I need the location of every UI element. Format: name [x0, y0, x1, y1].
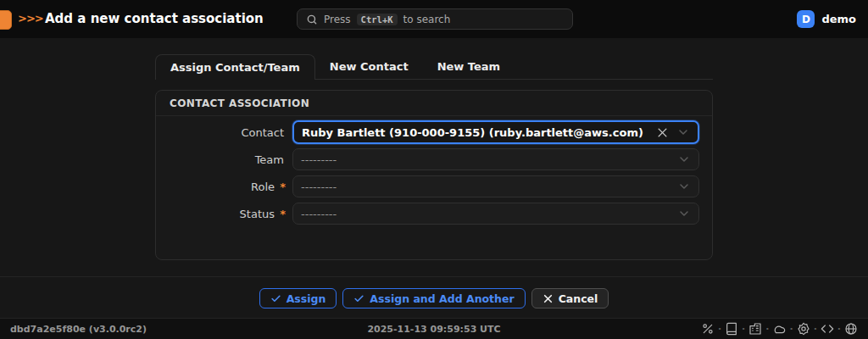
- sidebar-toggle-button[interactable]: [0, 10, 12, 30]
- field-row-role: Role * ---------: [156, 173, 712, 200]
- contact-label: Contact: [156, 126, 292, 139]
- status-label: Status *: [156, 208, 292, 220]
- role-select[interactable]: ---------: [292, 175, 699, 197]
- check-icon: [270, 293, 281, 304]
- page-title: Add a new contact association: [45, 11, 264, 26]
- main-content: Assign Contact/Team New Contact New Team…: [155, 54, 713, 260]
- field-row-contact: Contact Ruby Bartlett (910-000-9155) (ru…: [156, 119, 712, 146]
- check-icon: [353, 293, 364, 304]
- required-asterisk: *: [280, 208, 286, 220]
- status-select[interactable]: ---------: [292, 203, 699, 225]
- building-icon[interactable]: [748, 322, 762, 336]
- username: demo: [821, 13, 856, 25]
- role-label: Role *: [156, 181, 292, 193]
- percent-icon[interactable]: [701, 322, 715, 336]
- search-placeholder-prefix: Press: [324, 14, 351, 25]
- x-icon: [542, 293, 554, 304]
- breadcrumb: >>>: [18, 12, 43, 25]
- chevron-down-icon[interactable]: [676, 125, 690, 139]
- user-menu[interactable]: D demo: [797, 0, 856, 38]
- field-row-team: Team ---------: [156, 146, 712, 173]
- assign-button[interactable]: Assign: [259, 288, 337, 308]
- search-placeholder-suffix: to search: [403, 14, 451, 25]
- chevron-down-icon: [677, 153, 691, 166]
- cancel-button[interactable]: Cancel: [531, 288, 609, 308]
- build-version: dbd7a2e5f80e (v3.0.0rc2): [10, 324, 147, 335]
- badge-icon[interactable]: [797, 322, 810, 336]
- footer-icon-links: · · · · · ·: [701, 322, 858, 336]
- chevron-down-icon: [677, 207, 691, 220]
- team-label: Team: [156, 153, 292, 166]
- field-row-status: Status * ---------: [156, 200, 712, 227]
- required-asterisk: *: [280, 181, 286, 193]
- chevron-down-icon: [677, 180, 691, 193]
- submit-row: Assign Assign and Add Another Cancel: [0, 276, 868, 308]
- book-icon[interactable]: [725, 322, 738, 336]
- contact-select[interactable]: Ruby Bartlett (910-000-9155) (ruby.bartl…: [292, 120, 699, 144]
- search-shortcut-kbd: Ctrl+K: [357, 14, 398, 25]
- status-select-value: ---------: [301, 208, 677, 220]
- role-select-value: ---------: [301, 181, 677, 193]
- contact-association-fieldset: CONTACT ASSOCIATION Contact Ruby Bartlet…: [155, 90, 713, 260]
- search-icon: [306, 14, 318, 25]
- search-input[interactable]: Press Ctrl+K to search: [297, 8, 573, 30]
- globe-icon[interactable]: [844, 322, 858, 336]
- team-select-value: ---------: [301, 153, 677, 166]
- tab-bar: Assign Contact/Team New Contact New Team: [155, 54, 713, 80]
- contact-select-value: Ruby Bartlett (910-000-9155) (ruby.bartl…: [302, 126, 656, 139]
- clear-selection-icon[interactable]: [656, 126, 669, 139]
- fieldset-title: CONTACT ASSOCIATION: [156, 91, 712, 116]
- avatar: D: [797, 10, 815, 28]
- code-icon[interactable]: [821, 322, 834, 336]
- assign-and-add-another-button[interactable]: Assign and Add Another: [342, 288, 525, 308]
- team-select[interactable]: ---------: [292, 148, 699, 170]
- cloud-icon[interactable]: [772, 322, 786, 336]
- tab-new-contact[interactable]: New Contact: [315, 54, 423, 79]
- top-header: >>> Add a new contact association Press …: [0, 0, 868, 38]
- tab-assign-contact-team[interactable]: Assign Contact/Team: [155, 54, 315, 80]
- status-bar: dbd7a2e5f80e (v3.0.0rc2) 2025-11-13 09:5…: [0, 318, 868, 339]
- tab-new-team[interactable]: New Team: [423, 54, 515, 79]
